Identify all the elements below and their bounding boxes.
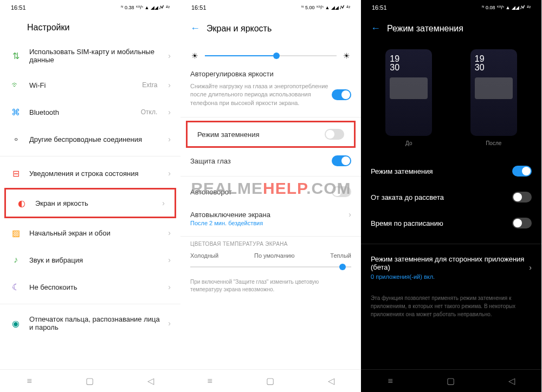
- settings-item[interactable]: ☾Не беспокоить›: [0, 273, 180, 300]
- status-time: 16:51: [372, 4, 387, 11]
- chevron-right-icon: ›: [168, 135, 171, 143]
- status-time: 16:51: [11, 4, 26, 11]
- header: ← Режим затемнения: [361, 15, 541, 42]
- chevron-right-icon: ›: [162, 199, 165, 207]
- nav-back-icon[interactable]: ◁: [328, 376, 334, 386]
- chevron-right-icon: ›: [168, 228, 171, 237]
- thirdparty-row[interactable]: Режим затемнения для сторонних приложени…: [361, 247, 541, 288]
- nav-home-icon[interactable]: ▢: [447, 376, 455, 386]
- page-title: Экран и яркость: [207, 24, 272, 34]
- settings-item[interactable]: ♪Звук и вибрация›: [0, 246, 180, 273]
- colortemp-caption: ЦВЕТОВАЯ ТЕМПЕРАТУРА ЭКРАНА: [180, 240, 361, 248]
- watermark: REALMEHELP.COM: [191, 179, 351, 198]
- chevron-right-icon: ›: [168, 81, 171, 89]
- thirdparty-note: Эта функция позволяет применять режим за…: [361, 288, 541, 325]
- preview-row: 1930 До 1930 После: [361, 42, 541, 154]
- footer-note: При включенной "Защите глаз" изменить цв…: [180, 271, 361, 301]
- schedule-toggle[interactable]: [512, 218, 532, 228]
- colortemp-labels: ХолодныйПо умолчаниюТеплый: [180, 248, 361, 263]
- chevron-right-icon: ›: [349, 210, 351, 219]
- autobrightness-toggle[interactable]: [332, 89, 351, 100]
- brightness-low-icon: ☀: [191, 51, 198, 60]
- sunset-row[interactable]: От заката до рассвета: [361, 184, 541, 210]
- settings-item[interactable]: ▨Начальный экран и обои›: [0, 219, 180, 246]
- item-icon: ◐: [16, 197, 28, 209]
- chevron-right-icon: ›: [168, 283, 171, 291]
- sunset-toggle[interactable]: [512, 192, 532, 202]
- nav-home-icon[interactable]: ▢: [86, 376, 94, 386]
- chevron-right-icon: ›: [168, 256, 171, 264]
- settings-item[interactable]: ⌘BluetoothОткл.›: [0, 99, 180, 126]
- navbar: ≡ ▢ ◁: [180, 369, 361, 392]
- preview-after: 1930 После: [470, 49, 517, 146]
- item-icon: ⌘: [10, 106, 22, 118]
- darkmode-toggle[interactable]: [325, 129, 344, 140]
- nav-menu-icon[interactable]: ≡: [207, 376, 212, 386]
- brightness-high-icon: ☀: [343, 51, 350, 60]
- darkmode-row[interactable]: Режим затемнения: [361, 158, 541, 184]
- settings-item[interactable]: ᯤWi-FiExtra›: [0, 71, 180, 99]
- preview-before: 1930 До: [385, 49, 432, 146]
- statusbar: 16:51 ᴺ 5.00 ᴷᴮ/ˢ ▲ ◢◢ 🗲 ⁴²: [180, 0, 361, 15]
- darkmode-toggle[interactable]: [512, 166, 532, 177]
- screen-darkmode: 16:51 ᴺ 0.08 ᴷᴮ/ˢ ▲ ◢◢ 🗲 ⁴² ← Режим зате…: [361, 0, 541, 392]
- chevron-right-icon: ›: [168, 108, 171, 116]
- status-indicators: ᴺ 0.08 ᴷᴮ/ˢ ▲ ◢◢ 🗲 ⁴²: [482, 5, 531, 10]
- item-icon: ▨: [10, 227, 22, 239]
- chevron-right-icon: ›: [168, 319, 171, 328]
- page-title: Настройки: [27, 23, 69, 32]
- header: ← Экран и яркость: [180, 15, 361, 42]
- page-title: Режим затемнения: [387, 24, 463, 34]
- screen-settings: 16:51 ᴺ 0.38 ᴷᴮ/ˢ ▲ ◢◢ 🗲 ⁴² Настройки ⇅И…: [0, 0, 180, 392]
- eyecare-toggle[interactable]: [332, 155, 351, 166]
- settings-item[interactable]: ◉Отпечаток пальца, распознавание лица и …: [0, 308, 180, 339]
- nav-back-icon[interactable]: ◁: [147, 376, 154, 386]
- eyecare-row[interactable]: Защита глаз: [180, 149, 361, 173]
- item-icon: ⇅: [10, 50, 22, 62]
- navbar: ≡ ▢ ◁: [361, 369, 541, 392]
- statusbar: 16:51 ᴺ 0.38 ᴷᴮ/ˢ ▲ ◢◢ 🗲 ⁴²: [0, 0, 180, 15]
- settings-item[interactable]: ⇅Использовать SIM-карту и мобильные данн…: [0, 40, 180, 71]
- settings-item[interactable]: ⚬Другие беспроводные соединения›: [0, 126, 180, 153]
- item-icon: ☾: [10, 281, 22, 293]
- settings-item[interactable]: ◐Экран и яркость›: [6, 190, 175, 217]
- schedule-row[interactable]: Время по расписанию: [361, 210, 541, 236]
- header: Настройки: [0, 15, 180, 40]
- autobrightness-desc: Снижайте нагрузку на глаза и энергопотре…: [190, 82, 332, 107]
- nav-back-icon[interactable]: ◁: [508, 376, 515, 386]
- back-icon[interactable]: ←: [190, 23, 200, 34]
- colortemp-slider[interactable]: [190, 266, 351, 267]
- navbar: ≡ ▢ ◁: [0, 369, 180, 392]
- back-icon[interactable]: ←: [371, 23, 380, 34]
- item-icon: ♪: [10, 254, 22, 266]
- nav-menu-icon[interactable]: ≡: [27, 376, 31, 386]
- nav-menu-icon[interactable]: ≡: [388, 376, 392, 386]
- autooff-sub: После 2 мин. бездействия: [180, 220, 361, 233]
- nav-home-icon[interactable]: ▢: [266, 376, 274, 386]
- status-indicators: ᴺ 5.00 ᴷᴮ/ˢ ▲ ◢◢ 🗲 ⁴²: [301, 5, 350, 10]
- autooff-row[interactable]: Автовыключение экрана ›: [180, 204, 361, 220]
- item-icon: ⚬: [10, 133, 22, 145]
- item-icon: ⊟: [10, 167, 22, 179]
- chevron-right-icon: ›: [529, 263, 532, 272]
- darkmode-row[interactable]: Режим затемнения: [188, 122, 354, 146]
- item-icon: ᯤ: [10, 79, 22, 91]
- autobrightness-title: Авторегулировка яркости: [180, 70, 361, 80]
- item-icon: ◉: [10, 317, 22, 329]
- statusbar: 16:51 ᴺ 0.08 ᴷᴮ/ˢ ▲ ◢◢ 🗲 ⁴²: [361, 0, 541, 15]
- brightness-slider[interactable]: ☀ ☀: [180, 42, 361, 70]
- status-indicators: ᴺ 0.38 ᴷᴮ/ˢ ▲ ◢◢ 🗲 ⁴²: [121, 5, 170, 10]
- status-time: 16:51: [191, 4, 207, 11]
- settings-item[interactable]: ⊟Уведомления и строка состояния›: [0, 160, 180, 187]
- chevron-right-icon: ›: [168, 51, 171, 60]
- chevron-right-icon: ›: [168, 169, 171, 178]
